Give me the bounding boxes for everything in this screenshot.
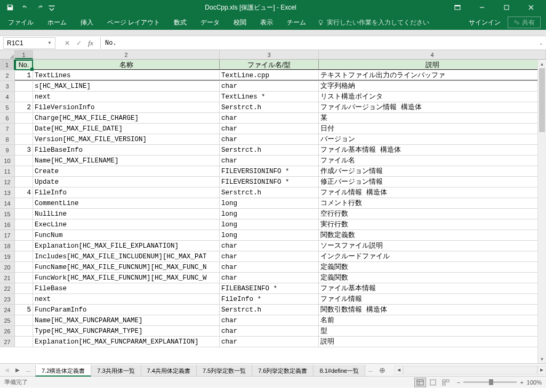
cell[interactable]: 名前 bbox=[319, 315, 546, 325]
cell[interactable]: リスト構造ポインタ bbox=[319, 92, 546, 102]
cell[interactable] bbox=[15, 81, 33, 91]
cell[interactable]: CommentLine bbox=[33, 198, 220, 208]
cell[interactable] bbox=[15, 92, 33, 102]
header-cell[interactable]: 説明 bbox=[319, 60, 546, 70]
cell[interactable]: FuncName[HC_MAX_FILE_FUNCNUM][HC_MAX_FUN… bbox=[33, 262, 220, 272]
cell[interactable]: ファイルバージョン情報 構造体 bbox=[319, 102, 546, 112]
sheet-nav-next-button[interactable]: ▶ bbox=[14, 366, 21, 374]
zoom-in-button[interactable]: + bbox=[520, 379, 523, 386]
cell[interactable]: 文字列格納 bbox=[319, 81, 546, 91]
page-layout-view-button[interactable] bbox=[427, 378, 439, 387]
cell[interactable]: ファイル名 bbox=[319, 156, 546, 166]
cell[interactable]: char bbox=[220, 315, 319, 325]
cell[interactable] bbox=[15, 294, 33, 304]
page-break-view-button[interactable] bbox=[440, 378, 452, 387]
sheet-tab[interactable]: 7.3共用体一覧 bbox=[91, 365, 141, 377]
zoom-slider[interactable] bbox=[463, 381, 517, 383]
cell[interactable] bbox=[15, 283, 33, 293]
header-cell[interactable]: No. bbox=[15, 60, 33, 70]
cell[interactable]: char bbox=[220, 124, 319, 134]
cell[interactable]: 実行行数 bbox=[319, 219, 546, 230]
cell[interactable]: 作成バージョン情報 bbox=[319, 166, 546, 176]
row-header[interactable]: 8 bbox=[0, 134, 15, 144]
cell[interactable]: 空行行数 bbox=[319, 209, 546, 219]
cell[interactable]: 関数引数情報 構造体 bbox=[319, 305, 546, 315]
ribbon-tab[interactable]: 表示 bbox=[253, 15, 280, 30]
zoom-out-button[interactable]: − bbox=[457, 379, 460, 386]
cell[interactable]: Date[HC_MAX_FILE_DATE] bbox=[33, 124, 220, 134]
cell[interactable] bbox=[15, 198, 33, 208]
cell[interactable]: Version[HC_MAX_FILE_VERSION] bbox=[33, 134, 220, 144]
row-header[interactable]: 13 bbox=[0, 187, 15, 198]
cell[interactable]: 2 bbox=[15, 102, 33, 112]
cell[interactable]: long bbox=[220, 209, 319, 219]
cell[interactable] bbox=[15, 262, 33, 272]
ribbon-tab[interactable]: データ bbox=[194, 15, 227, 30]
cell[interactable]: Create bbox=[33, 166, 220, 176]
close-button[interactable] bbox=[519, 0, 543, 15]
cell[interactable]: 定義関数 bbox=[319, 262, 546, 272]
row-header[interactable]: 10 bbox=[0, 156, 15, 166]
cell[interactable]: テキストファイル出力のラインバッファ bbox=[319, 70, 546, 80]
header-cell[interactable]: 名称 bbox=[33, 60, 220, 70]
cell[interactable]: next bbox=[33, 92, 220, 102]
insert-function-button[interactable]: fx bbox=[85, 38, 96, 48]
cell[interactable]: long bbox=[220, 198, 319, 208]
cell[interactable] bbox=[15, 230, 33, 240]
row-header[interactable]: 5 bbox=[0, 102, 15, 112]
scrollbar-thumb[interactable] bbox=[539, 68, 545, 132]
redo-button[interactable] bbox=[33, 1, 47, 14]
cell[interactable]: Update bbox=[33, 177, 220, 187]
cell[interactable]: ExecLine bbox=[33, 219, 220, 230]
share-button[interactable]: 共有 bbox=[508, 17, 541, 28]
cell[interactable]: 3 bbox=[15, 145, 33, 155]
vertical-scrollbar[interactable]: ▲ ▼ bbox=[537, 60, 546, 363]
ribbon-tab[interactable]: 数式 bbox=[167, 15, 194, 30]
ribbon-tab[interactable]: ページ レイアウト bbox=[100, 15, 167, 30]
cell[interactable]: TextLines bbox=[33, 70, 220, 80]
ribbon-tab[interactable]: チーム bbox=[280, 15, 313, 30]
ribbon-tab[interactable]: ホーム bbox=[41, 15, 74, 30]
cell[interactable]: char bbox=[220, 337, 319, 347]
header-cell[interactable]: ファイル名/型 bbox=[220, 60, 319, 70]
row-header[interactable]: 27 bbox=[0, 337, 15, 347]
cell[interactable]: long bbox=[220, 219, 319, 230]
cell[interactable]: ファイル基本情報 bbox=[319, 283, 546, 293]
cell[interactable] bbox=[15, 273, 33, 283]
cell[interactable]: char bbox=[220, 156, 319, 166]
undo-button[interactable] bbox=[18, 1, 32, 14]
cell[interactable]: 修正バージョン情報 bbox=[319, 177, 546, 187]
sheet-tab[interactable]: 7.5列挙定数一覧 bbox=[196, 365, 252, 377]
row-header[interactable]: 6 bbox=[0, 113, 15, 123]
cell[interactable]: FileBaseInfo bbox=[33, 145, 220, 155]
normal-view-button[interactable] bbox=[414, 378, 426, 387]
cell[interactable]: FileInfo bbox=[33, 187, 220, 198]
cell[interactable]: char bbox=[220, 113, 319, 123]
cell[interactable] bbox=[15, 219, 33, 230]
cell[interactable]: Serstrct.h bbox=[220, 187, 319, 198]
enter-formula-button[interactable]: ✓ bbox=[74, 38, 84, 48]
cell[interactable]: Type[HC_MAX_FUNCPARAM_TYPE] bbox=[33, 326, 220, 336]
cell[interactable]: char bbox=[220, 251, 319, 262]
cell[interactable]: char bbox=[220, 241, 319, 251]
cell[interactable] bbox=[15, 251, 33, 262]
sheet-tab[interactable]: 7.4共用体定義書 bbox=[141, 365, 197, 377]
scroll-right-button[interactable]: ▶ bbox=[537, 366, 546, 374]
row-header[interactable]: 21 bbox=[0, 273, 15, 283]
column-header[interactable]: 3 bbox=[220, 50, 319, 59]
cell[interactable]: バージョン bbox=[319, 134, 546, 144]
cell[interactable]: FileInfo * bbox=[220, 294, 319, 304]
row-header[interactable]: 14 bbox=[0, 198, 15, 208]
cell[interactable]: FileBase bbox=[33, 283, 220, 293]
cell[interactable]: 某 bbox=[319, 113, 546, 123]
cell[interactable]: s[HC_MAX_LINE] bbox=[33, 81, 220, 91]
row-header[interactable]: 19 bbox=[0, 251, 15, 262]
ribbon-tab[interactable]: 校閲 bbox=[227, 15, 253, 30]
cell[interactable]: FuncNum bbox=[33, 230, 220, 240]
cell[interactable]: コメント行数 bbox=[319, 198, 546, 208]
formula-input[interactable]: No. bbox=[101, 39, 536, 47]
sheet-tab[interactable]: 8.1#define一覧 bbox=[313, 365, 365, 377]
cell[interactable]: ソースファイル説明 bbox=[319, 241, 546, 251]
cell[interactable]: Serstrct.h bbox=[220, 305, 319, 315]
new-sheet-button[interactable]: ⊕ bbox=[376, 364, 388, 376]
